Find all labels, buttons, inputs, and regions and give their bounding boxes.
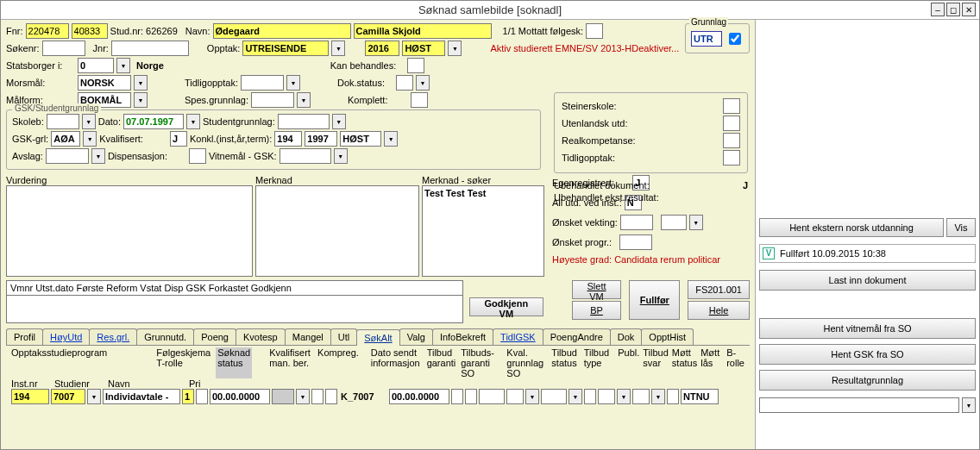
hent-gsk-button[interactable]: Hent GSK fra SO <box>759 344 976 365</box>
grid-tilbudtype-input[interactable] <box>541 389 567 404</box>
bp-button[interactable]: BP <box>572 301 622 320</box>
grid-trolle-input[interactable] <box>210 389 270 404</box>
grid-tilbudsg-input[interactable] <box>465 389 477 404</box>
gskgrl-input[interactable] <box>51 131 80 147</box>
opptak-type-input[interactable] <box>242 41 329 56</box>
fnr2-input[interactable] <box>72 23 108 39</box>
fornavn-input[interactable] <box>354 23 492 39</box>
grid-studienr-input[interactable] <box>51 389 85 404</box>
tidligopptak-input[interactable] <box>241 75 284 91</box>
realkomp-input[interactable] <box>723 133 740 148</box>
grid-pri-input[interactable] <box>182 389 194 404</box>
grid-tilbudstatus-dropdown[interactable] <box>525 389 539 404</box>
konkl-inst-input[interactable] <box>274 131 302 147</box>
right-extra-dropdown[interactable] <box>962 397 976 413</box>
godkjenn-vm-button[interactable]: Godkjenn VM <box>469 297 543 316</box>
fs-button[interactable]: FS201.001 <box>688 280 750 299</box>
grid-datosendt-input[interactable] <box>389 389 449 404</box>
gskgrl-dropdown[interactable] <box>83 131 97 147</box>
opptak-sem-input[interactable] <box>402 41 445 56</box>
onsketvekt-dropdown[interactable] <box>689 215 703 230</box>
slett-vm-button[interactable]: Slett VM <box>572 280 622 299</box>
studentgrunnlag-input[interactable] <box>278 114 330 129</box>
resultat-button[interactable]: Resultatgrunnlag <box>759 370 976 391</box>
mottatt-input[interactable] <box>586 23 603 39</box>
maalform-dropdown[interactable] <box>134 92 148 108</box>
onsketvekt-input2[interactable] <box>661 215 687 230</box>
grunnlag-input[interactable] <box>691 31 722 47</box>
maximize-button[interactable]: ◻ <box>946 3 960 16</box>
utenlandsk-input[interactable] <box>723 116 740 131</box>
minimize-button[interactable]: – <box>931 3 945 16</box>
grid-tilbudstatus-input[interactable] <box>506 389 524 404</box>
skoleb-dropdown[interactable] <box>82 114 96 129</box>
vurdering-textarea[interactable] <box>6 185 253 277</box>
hent-vitnemal-button[interactable]: Hent vitnemål fra SO <box>759 318 976 339</box>
morsmaal-input[interactable] <box>78 75 131 91</box>
grid-studienr-dropdown[interactable] <box>87 389 101 404</box>
grid-folge-input[interactable] <box>196 389 208 404</box>
vitnemaal-input[interactable] <box>280 148 331 164</box>
opptak-type-dropdown[interactable] <box>331 41 345 56</box>
grid-mottstatus-input[interactable] <box>632 389 650 404</box>
grid-kval1-input[interactable] <box>311 389 324 404</box>
tab-søkalt[interactable]: SøkAlt <box>356 329 399 346</box>
statsborger-kode[interactable] <box>78 58 114 73</box>
tab-oppthist[interactable]: OpptHist <box>641 328 694 345</box>
grunnlag-check[interactable] <box>729 33 741 45</box>
skoleb-input[interactable] <box>47 114 79 129</box>
konkl-term-dropdown[interactable] <box>384 131 398 147</box>
tab-utl[interactable]: Utl <box>330 328 357 345</box>
close-button[interactable]: ✕ <box>962 3 976 16</box>
grid-tilbudg-input[interactable] <box>451 389 463 404</box>
last-inn-button[interactable]: Last inn dokument <box>759 270 976 291</box>
opptak-ar-input[interactable] <box>365 41 399 56</box>
fullfor-button[interactable]: Fullfør <box>629 280 680 320</box>
grid-navn-input[interactable] <box>103 389 180 404</box>
tab-poeng[interactable]: Poeng <box>193 328 236 345</box>
dokstatus-dropdown[interactable] <box>416 75 430 91</box>
grid-tilbudsvar-dropdown[interactable] <box>617 389 631 404</box>
vitnemaal-dropdown[interactable] <box>334 148 348 164</box>
tab-høyutd[interactable]: HøyUtd <box>42 328 90 345</box>
grid-kvalgrunn-input[interactable] <box>479 389 505 404</box>
komplett-input[interactable] <box>411 92 428 108</box>
tab-poengandre[interactable]: PoengAndre <box>543 328 611 345</box>
vm-grid[interactable] <box>6 296 463 323</box>
opptak-sem-dropdown[interactable] <box>448 41 462 56</box>
dispensasjon-input[interactable] <box>189 148 206 164</box>
grid-sokstatus-input[interactable] <box>272 389 294 404</box>
fnr1-input[interactable] <box>26 23 69 39</box>
tab-grunnutd.[interactable]: Grunnutd. <box>136 328 194 345</box>
avslag-input[interactable] <box>46 148 89 164</box>
studentgrunnlag-dropdown[interactable] <box>332 114 346 129</box>
tidligopptak-dropdown[interactable] <box>286 75 300 91</box>
grid-brolle-input[interactable] <box>681 389 719 404</box>
tab-dok[interactable]: Dok <box>610 328 643 345</box>
grid-mottlas-input[interactable] <box>667 389 679 404</box>
grid-tilbudtype-dropdown[interactable] <box>569 389 582 404</box>
tab-kvotesp[interactable]: Kvotesp <box>236 328 286 345</box>
morsmaal-dropdown[interactable] <box>134 75 148 91</box>
tidligopptak2-input[interactable] <box>723 150 740 166</box>
grid-mottstatus-dropdown[interactable] <box>651 389 665 404</box>
tab-mangel[interactable]: Mangel <box>285 328 331 345</box>
dato-input[interactable] <box>123 114 184 129</box>
sokenr-input[interactable] <box>42 41 85 56</box>
tab-valg[interactable]: Valg <box>399 328 433 345</box>
kvalifisert-input[interactable] <box>170 131 187 147</box>
jnr-input[interactable] <box>111 41 189 56</box>
hele-button[interactable]: Hele <box>688 301 750 320</box>
konkl-term-input[interactable] <box>340 131 381 147</box>
spesgrunnlag-input[interactable] <box>251 92 294 108</box>
avslag-dropdown[interactable] <box>91 148 105 164</box>
hent-ekstern-button[interactable]: Hent ekstern norsk utdanning <box>759 218 944 237</box>
onsketprogr-input[interactable] <box>619 234 652 250</box>
konkl-ar-input[interactable] <box>305 131 337 147</box>
onsketvekt-input[interactable] <box>620 215 653 230</box>
merknad-soker-textarea[interactable] <box>422 185 544 277</box>
grid-sokstatus-dropdown[interactable] <box>296 389 310 404</box>
steiner-input[interactable] <box>723 98 740 114</box>
dokstatus-input[interactable] <box>396 75 413 91</box>
vis-button[interactable]: Vis <box>946 218 976 237</box>
